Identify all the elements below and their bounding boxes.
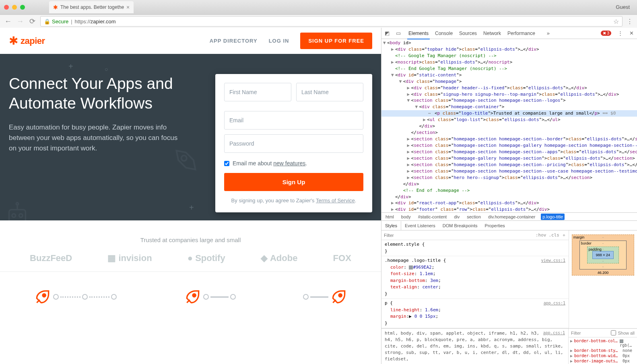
computed-property[interactable]: ▶border-bottom-col…rgb(…: [570, 338, 635, 348]
svg-point-3: [19, 214, 23, 218]
zapier-logo[interactable]: ✱ zapier: [9, 34, 45, 47]
dom-node[interactable]: ▶<section class="homepage-section homepa…: [381, 149, 637, 155]
dom-node[interactable]: ▶<section class="homepage-section homepa…: [381, 168, 637, 175]
forward-button[interactable]: →: [16, 17, 24, 26]
dom-node[interactable]: </div>: [381, 123, 637, 130]
company-logo: ●Spotify: [188, 253, 225, 263]
inherited-rule[interactable]: app.css:1 html, body, div, span, applet,…: [381, 329, 569, 364]
dom-node[interactable]: ▶<div class="topbar hide">class="ellipsi…: [381, 46, 637, 53]
devtools-menu-icon[interactable]: ⋮: [618, 30, 623, 36]
dom-node[interactable]: ▶<ul class="logo-list">class="ellipsis-d…: [381, 117, 637, 123]
device-toggle-icon[interactable]: ▭: [396, 30, 401, 36]
zapier-bolt-icon: ✱: [9, 34, 18, 47]
site-header: ✱ zapier APP DIRECTORY LOG IN SIGN UP FO…: [0, 28, 381, 54]
dom-node[interactable]: ▶<div class="signup-hero signup-hero--to…: [381, 91, 637, 98]
hov-toggle[interactable]: :hov: [536, 232, 546, 238]
styles-tab[interactable]: Styles: [381, 221, 401, 230]
devtools-tab-sources[interactable]: Sources: [458, 28, 478, 39]
dom-node[interactable]: ▶<noscript>class="ellipsis-dots">…</nosc…: [381, 59, 637, 66]
email-input[interactable]: [224, 111, 363, 130]
show-all-checkbox[interactable]: [611, 330, 616, 335]
dom-node[interactable]: ▶<div id="react-root-app">class="ellipsi…: [381, 200, 637, 206]
styles-pane[interactable]: :hov .cls ＋ element.style {} view.css:1 …: [381, 230, 569, 328]
dom-node[interactable]: ▼<div class="homepage">: [381, 78, 637, 85]
dom-node[interactable]: </div>: [381, 181, 637, 187]
minimize-window-button[interactable]: [12, 5, 17, 10]
breadcrumb-item[interactable]: html: [384, 214, 396, 220]
reload-button[interactable]: ⟳: [28, 17, 36, 26]
address-bar[interactable]: 🔒 Secure | https://zapier.com ☆: [40, 16, 623, 27]
devtools-close-icon[interactable]: ✕: [629, 30, 634, 36]
features-row: [0, 271, 381, 306]
last-name-input[interactable]: [296, 83, 363, 101]
styles-tab[interactable]: Event Listeners: [401, 221, 439, 230]
breadcrumb-item[interactable]: div: [452, 214, 461, 220]
back-button[interactable]: ←: [4, 17, 12, 26]
tos-text: By signing up, you agree to Zapier's Ter…: [224, 197, 363, 204]
devtools-tab-performance[interactable]: Performance: [506, 28, 536, 39]
logo-list: BuzzFeeD▦invision●Spotify◆AdobeFOX: [0, 253, 381, 263]
nav-signup-button[interactable]: SIGN UP FOR FREE: [300, 33, 372, 49]
devtools-tab-network[interactable]: Network: [482, 28, 502, 39]
bookmark-icon[interactable]: ☆: [613, 18, 619, 25]
computed-filter-label[interactable]: Filter: [571, 331, 581, 335]
dom-node[interactable]: <!-- Google Tag Manager (noscript) -->: [381, 53, 637, 59]
newsletter-checkbox[interactable]: [224, 161, 229, 166]
nav-app-directory[interactable]: APP DIRECTORY: [210, 38, 258, 44]
tos-link[interactable]: Terms of Service: [316, 197, 355, 204]
tab-bar: ✱ The best apps. Better togethe × Guest: [0, 0, 637, 14]
breadcrumb-item[interactable]: section: [465, 214, 482, 220]
computed-property[interactable]: ▶border-image-outs…0px: [570, 358, 635, 364]
browser-tab[interactable]: ✱ The best apps. Better togethe ×: [49, 1, 134, 13]
add-rule-icon[interactable]: ＋: [562, 232, 566, 238]
nav-login[interactable]: LOG IN: [269, 38, 289, 44]
dom-node[interactable]: ▶<div id="footer" class="row">class="ell…: [381, 206, 637, 212]
dom-node[interactable]: ▶<section class="hero hero--signup">clas…: [381, 175, 637, 181]
signup-submit-button[interactable]: Sign Up: [224, 173, 363, 191]
dom-node[interactable]: ▶<section class="homepage-section homepa…: [381, 136, 637, 142]
dom-node[interactable]: ▼<div class="homepage-container">: [381, 104, 637, 110]
browser-menu-icon[interactable]: ⋮: [627, 18, 633, 25]
inspect-icon[interactable]: ◩: [385, 30, 390, 36]
styles-tab[interactable]: DOM Breakpoints: [439, 221, 481, 230]
error-badge[interactable]: ✖ 3: [601, 31, 611, 36]
svg-point-8: [339, 294, 342, 297]
dom-node[interactable]: ▼<section class="homepage-section homepa…: [381, 97, 637, 104]
breadcrumb-item[interactable]: #static-content: [416, 214, 449, 220]
computed-property[interactable]: ▶border-bottom-sty…none: [570, 348, 635, 353]
cls-toggle[interactable]: .cls: [549, 232, 560, 238]
password-input[interactable]: [224, 134, 363, 153]
more-tabs-icon[interactable]: »: [547, 30, 550, 36]
lock-icon: 🔒: [44, 19, 50, 25]
dom-node[interactable]: </div>: [381, 194, 637, 200]
breadcrumb-item[interactable]: p.logo-title: [541, 214, 565, 220]
styles-tab[interactable]: Properties: [481, 221, 509, 230]
tab-close-icon[interactable]: ×: [126, 4, 130, 10]
close-window-button[interactable]: [4, 5, 9, 10]
dom-node[interactable]: ▶<section class="homepage-section homepa…: [381, 142, 637, 149]
dom-node[interactable]: ▶<section class="homepage-gallery homepa…: [381, 155, 637, 162]
breadcrumb-item[interactable]: div.homepage-container: [487, 214, 537, 220]
first-name-input[interactable]: [224, 83, 291, 101]
dom-node[interactable]: ▼<div id="static-content">: [381, 72, 637, 78]
dom-node[interactable]: ▼<body id>: [381, 40, 637, 46]
dom-node[interactable]: ⋯ <p class="logo-title">Trusted at compa…: [381, 110, 637, 117]
dom-node[interactable]: ▶<div class="header header--is-fixed">cl…: [381, 85, 637, 91]
dom-node[interactable]: <!-- End Google Tag Manager (noscript) -…: [381, 66, 637, 72]
computed-property[interactable]: ▶border-bottom-wid…0px: [570, 353, 635, 358]
dom-node[interactable]: <!-- End of .homepage -->: [381, 187, 637, 194]
traffic-lights: [4, 5, 25, 10]
elements-breadcrumb[interactable]: htmlbody#static-contentdivsectiondiv.hom…: [381, 212, 637, 220]
maximize-window-button[interactable]: [20, 5, 25, 10]
profile-label[interactable]: Guest: [616, 4, 630, 10]
dom-node[interactable]: ▶<section class="homepage-section homepa…: [381, 162, 637, 168]
styles-filter-input[interactable]: [384, 233, 533, 238]
computed-pane[interactable]: Filter Show all ▶border-bottom-col…rgb(……: [569, 329, 637, 364]
elements-tree[interactable]: ▼<body id> ▶<div class="topbar hide">cla…: [381, 39, 637, 212]
newsletter-checkbox-row[interactable]: Email me about new features.: [224, 160, 363, 167]
devtools-tab-elements[interactable]: Elements: [407, 28, 430, 39]
dom-node[interactable]: </section>: [381, 130, 637, 136]
new-features-link[interactable]: new features: [273, 160, 305, 167]
breadcrumb-item[interactable]: body: [400, 214, 412, 220]
devtools-tab-console[interactable]: Console: [434, 28, 454, 39]
